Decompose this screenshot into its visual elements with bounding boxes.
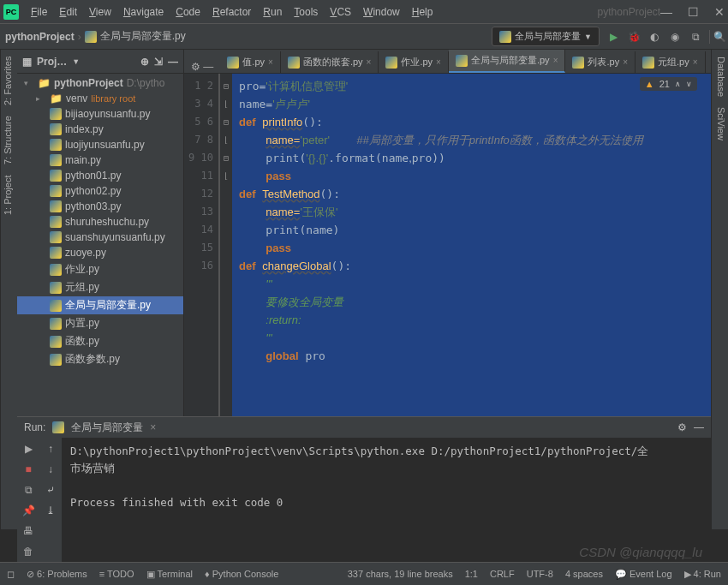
close-icon[interactable]: × [693, 57, 698, 67]
tree-item[interactable]: ▾📁pythonProject D:\pytho [17, 75, 183, 91]
menu-vcs[interactable]: VCS [325, 3, 356, 21]
tool-tab[interactable]: Database [713, 57, 726, 97]
warning-count: 21 [659, 79, 670, 89]
stop-icon[interactable]: ■ [25, 463, 31, 475]
target-icon[interactable]: ⊕ [140, 56, 149, 68]
tree-item[interactable]: main.py [17, 152, 183, 168]
run-configuration-selector[interactable]: 全局与局部变量 ▼ [492, 27, 600, 46]
run-icon[interactable]: ▶ [606, 30, 620, 44]
breadcrumb: pythonProject › 全局与局部变量.py [5, 29, 186, 44]
close-icon[interactable]: × [150, 421, 156, 433]
chevron-down-icon[interactable]: ▼ [72, 57, 80, 66]
trash-icon[interactable]: 🗑 [23, 546, 33, 558]
tree-item[interactable]: 全局与局部变量.py [17, 296, 183, 314]
run-panel-label: Run: [24, 421, 45, 433]
tool-tab[interactable]: SciView [713, 107, 726, 140]
console-output[interactable]: D:\pythonProject1\pythonProject\venv\Scr… [62, 438, 711, 562]
menu-run[interactable]: Run [258, 3, 287, 21]
menu-edit[interactable]: Edit [54, 3, 82, 21]
tree-item[interactable]: luojiyunsuanfu.py [17, 137, 183, 152]
status-encoding[interactable]: UTF-8 [527, 569, 553, 579]
close-icon[interactable]: ✕ [714, 5, 725, 19]
editor-tabs: ⚙ — 值.py×函数的嵌套.py×作业.py×全局与局部变量.py×列表.py… [184, 50, 711, 74]
status-line-sep[interactable]: CRLF [490, 569, 515, 579]
expand-icon[interactable]: ⇲ [154, 56, 163, 68]
terminal-button[interactable]: ▣ Terminal [146, 569, 193, 580]
chevron-up-icon[interactable]: ∧ [675, 80, 681, 88]
collapse-icon[interactable]: — [168, 56, 178, 68]
pin-icon[interactable]: 📌 [22, 504, 35, 516]
menu-file[interactable]: File [26, 3, 52, 21]
print-icon[interactable]: 🖶 [23, 525, 33, 537]
inspection-widget[interactable]: ▲ 21 ∧ ∨ [640, 77, 697, 91]
run-tab-label[interactable]: 全局与局部变量 [71, 421, 143, 435]
tree-item[interactable]: 函数.py [17, 332, 183, 350]
menu-help[interactable]: Help [407, 3, 439, 21]
breadcrumb-project[interactable]: pythonProject [5, 31, 75, 43]
soft-wrap-icon[interactable]: ⤶ [46, 484, 55, 496]
event-log-button[interactable]: 💬 Event Log [615, 569, 672, 580]
tree-item[interactable]: shuruheshuchu.py [17, 214, 183, 230]
close-icon[interactable]: × [367, 57, 372, 67]
close-icon[interactable]: × [268, 57, 273, 67]
tree-item[interactable]: zuoye.py [17, 245, 183, 260]
tree-item[interactable]: 内置.py [17, 314, 183, 332]
hide-icon[interactable]: — [694, 421, 704, 433]
run-side-toolbar-2: ↑ ↓ ⤶ ⤓ [39, 438, 62, 562]
tree-item[interactable]: 元组.py [17, 278, 183, 296]
debug-icon[interactable]: 🐞 [627, 30, 641, 44]
menu-navigate[interactable]: Navigate [118, 3, 169, 21]
editor-tab[interactable]: 值.py× [220, 51, 281, 73]
tree-item[interactable]: python02.py [17, 183, 183, 199]
menu-view[interactable]: View [84, 3, 116, 21]
menu-code[interactable]: Code [170, 3, 206, 21]
menu-refactor[interactable]: Refactor [207, 3, 256, 21]
close-icon[interactable]: × [436, 57, 441, 67]
rerun-icon[interactable]: ▶ [25, 443, 33, 455]
project-panel-title[interactable]: Proj… [37, 56, 67, 68]
tool-window-icon[interactable]: ◻ [7, 569, 15, 580]
editor-tab[interactable]: 元组.py× [636, 51, 706, 73]
warning-icon: ▲ [645, 79, 654, 89]
tool-tab[interactable]: 1: Project [3, 175, 15, 214]
tree-item[interactable]: python01.py [17, 168, 183, 183]
run-button[interactable]: ▶ 4: Run [684, 569, 721, 580]
up-icon[interactable]: ↑ [48, 443, 53, 455]
tool-tab[interactable]: 2: Favorites [3, 57, 15, 105]
problems-button[interactable]: ⊘ 6: Problems [27, 569, 87, 580]
gear-icon[interactable]: ⚙ [677, 421, 687, 433]
tree-item[interactable]: 函数参数.py [17, 350, 183, 368]
project-view-icon: ▦ [22, 56, 32, 68]
scroll-end-icon[interactable]: ⤓ [46, 504, 55, 516]
coverage-icon[interactable]: ◐ [647, 30, 661, 44]
tree-item[interactable]: ▸📁venv library root [17, 91, 183, 106]
tab-settings-icon[interactable]: ⚙ — [184, 61, 220, 73]
close-icon[interactable]: × [553, 56, 558, 65]
editor-tab[interactable]: 列表.py× [565, 51, 636, 73]
editor-tab[interactable]: 函数的嵌套.py× [281, 51, 379, 73]
editor-tab[interactable]: 作业.py× [379, 51, 449, 73]
tree-item[interactable]: 作业.py [17, 260, 183, 278]
tree-item[interactable]: index.py [17, 122, 183, 137]
layout-icon[interactable]: ⧉ [25, 484, 33, 496]
menu-window[interactable]: Window [358, 3, 405, 21]
chevron-down-icon[interactable]: ∨ [686, 80, 692, 88]
status-indent[interactable]: 4 spaces [565, 569, 603, 579]
tree-item[interactable]: suanshuyunsuanfu.py [17, 230, 183, 245]
tree-item[interactable]: python03.py [17, 199, 183, 214]
minimize-icon[interactable]: — [660, 5, 672, 19]
close-icon[interactable]: × [623, 57, 628, 67]
tool-tab[interactable]: 7: Structure [3, 116, 15, 164]
profile-icon[interactable]: ◉ [668, 30, 682, 44]
maximize-icon[interactable]: ☐ [688, 5, 699, 19]
python-console-button[interactable]: ♦ Python Console [205, 569, 278, 579]
search-everywhere-icon[interactable]: 🔍 [709, 30, 723, 44]
menu-tools[interactable]: Tools [289, 3, 323, 21]
status-caret-pos[interactable]: 1:1 [465, 569, 478, 579]
editor-tab[interactable]: 全局与局部变量.py× [449, 50, 566, 73]
breadcrumb-file[interactable]: 全局与局部变量.py [100, 29, 186, 44]
tree-item[interactable]: bijiaoyunsuanfu.py [17, 106, 183, 122]
todo-button[interactable]: ≡ TODO [99, 569, 134, 579]
concurrent-icon[interactable]: ⧉ [689, 30, 702, 44]
down-icon[interactable]: ↓ [48, 463, 53, 475]
